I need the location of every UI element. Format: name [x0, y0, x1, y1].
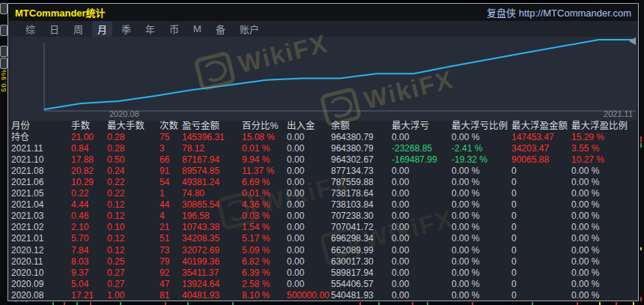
table-cell: 0.00 [287, 199, 331, 211]
menu-item-备[interactable]: 备 [210, 21, 231, 37]
table-cell: 0.00 [287, 132, 331, 143]
table-cell: 0.00 % [571, 268, 638, 279]
equity-curve [44, 40, 636, 109]
table-row[interactable]: 持仓21.000.2875145396.3115.08 %0.00964380.… [8, 132, 638, 143]
menu-item-M[interactable]: M [188, 22, 207, 35]
background-candle-tick [120, 302, 121, 305]
table-cell: 持仓 [11, 132, 71, 143]
table-cell: 0.00 % [452, 268, 511, 279]
menu-item-账户[interactable]: 账户 [234, 21, 264, 37]
table-cell: 0 [511, 245, 571, 256]
menu-item-周[interactable]: 周 [68, 21, 88, 37]
background-candle-tick [64, 302, 65, 305]
table-cell: 589817.94 [331, 268, 392, 279]
table-cell: 964380.79 [331, 143, 392, 154]
table-cell: 10.29 [71, 177, 107, 188]
menu-item-年[interactable]: 年 [140, 21, 160, 37]
menu-item-季[interactable]: 季 [116, 21, 136, 37]
column-header: 次数 [160, 121, 182, 132]
table-cell: 2020.12 [11, 245, 71, 256]
table-cell: 66 [160, 154, 182, 166]
balance-chart-svg [10, 37, 637, 121]
table-cell: 79 [160, 256, 182, 268]
table-row[interactable]: 2021.015.700.125134208.355.17 %0.0069629… [8, 233, 638, 244]
table-row[interactable]: 2020.127.840.127332072.695.09 %0.0066208… [8, 245, 638, 256]
column-header: 盈亏金额 [182, 121, 242, 132]
mtcommander-stats-window: MTCommander统计 复盘侠 http://MTCommander.com… [7, 3, 639, 301]
column-header: 最大浮盈比例 [571, 121, 638, 132]
table-cell: 34208.35 [182, 233, 242, 244]
table-cell: 0 [511, 222, 571, 233]
table-row[interactable]: 2021.0820.820.249189574.8511.37 %0.00877… [8, 166, 638, 177]
background-toolbar-button [0, 3, 7, 14]
stats-table-body: 持仓21.000.2875145396.3115.08 %0.00964380.… [8, 132, 638, 305]
table-cell: 15.29 % [571, 132, 638, 143]
table-cell: 554406.57 [331, 279, 392, 290]
table-row[interactable]: 2021.0610.290.225449381.246.69 %0.007875… [8, 177, 638, 188]
menu-item-综[interactable]: 综 [20, 21, 40, 37]
table-cell: 0.00 [287, 222, 331, 233]
menu-item-日[interactable]: 日 [44, 21, 64, 37]
table-cell: 81 [160, 290, 182, 301]
title-bar[interactable]: MTCommander统计 复盘侠 http://MTCommander.com [8, 4, 638, 21]
table-cell: 4.36 % [242, 199, 287, 211]
stats-table-header: 月份手数最大手数次数盈亏金额百分比%出入金余额最大浮亏最大浮亏比例最大浮盈金额最… [8, 121, 638, 132]
table-row[interactable]: 2021.050.220.22174.800.01 %0.00738178.64… [8, 188, 638, 199]
table-cell: 0 [511, 211, 571, 222]
table-cell: 0.00 [287, 233, 331, 244]
table-cell: 2021.10 [11, 154, 71, 166]
background-candle-tick [52, 302, 54, 305]
table-cell: 0.28 [107, 132, 160, 143]
table-row[interactable]: 2020.118.030.257940199.366.82 %0.0063001… [8, 256, 638, 268]
column-header: 余额 [331, 121, 392, 132]
background-candle-tick [76, 302, 78, 305]
table-cell: 2021.04 [11, 199, 71, 211]
table-cell: 34203.47 [511, 143, 571, 154]
table-cell: 0.28 [107, 143, 160, 154]
table-cell: 0.00 [392, 199, 452, 211]
table-cell: 0.01 % [242, 188, 287, 199]
table-cell: 0 [511, 290, 571, 301]
menu-bar: 综日周月季年币M备账户 [8, 21, 638, 37]
table-row[interactable]: 2021.110.840.28378.120.01 %0.00964380.79… [8, 143, 638, 154]
chart-scroll-left-icon[interactable] [629, 37, 636, 45]
table-row[interactable]: 2021.044.440.124430865.544.36 %0.0073810… [8, 199, 638, 211]
menu-item-币[interactable]: 币 [164, 21, 184, 37]
table-cell: 2021.03 [11, 211, 71, 222]
table-row[interactable]: 2021.022.100.102110743.381.54 %0.0070704… [8, 222, 638, 233]
menu-item-月[interactable]: 月 [92, 21, 112, 37]
table-cell: 0.00 % [452, 166, 511, 177]
table-cell: 0 [511, 233, 571, 244]
table-cell: 0 [511, 256, 571, 268]
table-row[interactable]: 2020.109.370.279235411.376.39 %0.0058981… [8, 268, 638, 279]
table-cell: 0 [511, 279, 571, 290]
background-candle-tick [532, 302, 533, 305]
monthly-stats-table: 月份手数最大手数次数盈亏金额百分比%出入金余额最大浮亏最大浮亏比例最大浮盈金额最… [8, 121, 638, 305]
table-cell: 0.50 [107, 154, 160, 166]
table-cell: 0.00 % [452, 245, 511, 256]
table-row[interactable]: 2021.1017.880.506687167.949.94 %0.009643… [8, 154, 638, 166]
table-cell: 91 [160, 166, 182, 177]
table-cell: 30865.54 [182, 199, 242, 211]
column-header: 月份 [11, 121, 71, 132]
table-cell: 2021.01 [11, 233, 71, 244]
table-cell: 2021.08 [11, 166, 71, 177]
table-cell: 32072.69 [182, 245, 242, 256]
table-row[interactable]: 2020.095.040.274713924.642.58 %0.0055440… [8, 279, 638, 290]
table-cell: 0.46 [71, 211, 107, 222]
table-cell: 5.70 [71, 233, 107, 244]
table-cell: 0.00 [287, 279, 331, 290]
background-window-bottom-strip [7, 302, 644, 305]
x-axis-label-start: 2020.08 [109, 109, 139, 118]
table-row[interactable]: 2020.0817.211.008140481.938.10 %500000.0… [8, 290, 638, 301]
column-header: 百分比% [242, 121, 287, 132]
brand-link[interactable]: 复盘侠 http://MTCommander.com [487, 5, 631, 19]
table-row[interactable]: 2021.030.460.124196.580.03 %0.00707238.3… [8, 211, 638, 222]
table-cell: 0.00 % [452, 233, 511, 244]
table-cell: 0.00 % [452, 211, 511, 222]
table-cell: 2.10 [71, 222, 107, 233]
table-cell: 0 [511, 188, 571, 199]
table-cell: 0.00 % [452, 256, 511, 268]
table-cell: 696298.34 [331, 233, 392, 244]
table-cell: 11.37 % [242, 166, 287, 177]
